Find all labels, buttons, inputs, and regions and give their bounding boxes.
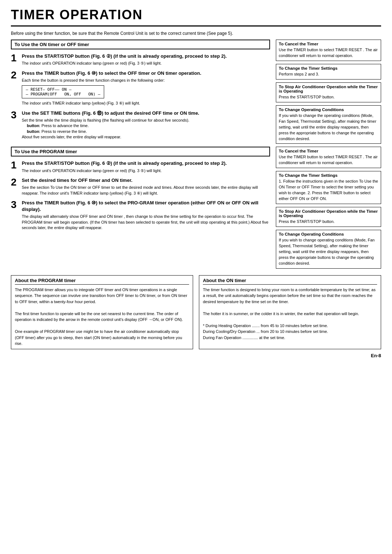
stop-ac-title-2: To Stop Air Conditioner Operation while …	[279, 209, 378, 218]
stop-ac-box-1: To Stop Air Conditioner Operation while …	[276, 82, 381, 102]
on-timer-p2: The hotter it is in summer, or the colde…	[203, 311, 377, 317]
cancel-timer-box-2: To Cancel the Timer Use the TIMER button…	[276, 147, 381, 168]
step1-content: Press the START/STOP button (Fig. 6 ②) (…	[22, 53, 270, 66]
section1-step3: 3 Use the SET TIME buttons (Fig. 6 ⑱) to…	[11, 110, 270, 140]
s2-step3-sub: The display will alternately show OFF ti…	[22, 214, 270, 231]
cancel-timer-body-2: Use the TIMER button to select TIMER RES…	[279, 154, 378, 166]
section2-step2: 2 Set the desired times for OFF timer an…	[11, 177, 270, 196]
change-settings-body-2: 1. Follow the instructions given in the …	[279, 179, 378, 202]
step1-main: Press the START/STOP button (Fig. 6 ②) (…	[22, 53, 270, 60]
bottom-left-panel: About the PROGRAM timer The PROGRAM time…	[11, 275, 193, 349]
change-settings-box-2: To Change the Timer Settings 1. Follow t…	[276, 171, 381, 204]
section1-step1: 1 Press the START/STOP button (Fig. 6 ②)…	[11, 53, 270, 66]
section2-step3: 3 Press the TIMER button (Fig. 6 ⑩) to s…	[11, 200, 270, 231]
section1-step2: 2 Press the TIMER button (Fig. 6 ⑩) to s…	[11, 70, 270, 106]
on-timer-p3: * During Heating Operation ....... from …	[203, 323, 377, 329]
section2-right: To Cancel the Timer Use the TIMER button…	[276, 147, 381, 271]
program-timer-p1: The PROGRAM timer allows you to integrat…	[15, 287, 189, 305]
cancel-timer-title-1: To Cancel the Timer	[279, 42, 378, 46]
change-conditions-body-1: If you wish to change the operating cond…	[279, 113, 378, 142]
stop-ac-box-2: To Stop Air Conditioner Operation while …	[276, 207, 381, 227]
bottom-left-body: The PROGRAM timer allows you to integrat…	[15, 287, 189, 347]
s2-step1-sub: The indoor unit's OPERATION indicator la…	[22, 168, 270, 174]
s2-step1-number: 1	[11, 160, 19, 170]
stop-ac-body-1: Press the START/STOP button.	[279, 94, 378, 100]
page-title: TIMER OPERATION	[11, 7, 381, 27]
step3-main: Use the SET TIME buttons (Fig. 6 ⑱) to a…	[22, 110, 270, 117]
step3-sub: Set the time while the time display is f…	[22, 118, 270, 123]
step1-number: 1	[11, 53, 19, 63]
program-timer-p2: The first timer function to operate will…	[15, 311, 189, 323]
s2-step2-number: 2	[11, 177, 19, 187]
change-conditions-box-1: To Change Operating Conditions If you wi…	[276, 105, 381, 144]
step2-sub: Each time the button is pressed the time…	[22, 78, 270, 83]
page-number: En-8	[11, 353, 381, 358]
stop-ac-body-2: Press the START/STOP button.	[279, 219, 378, 225]
program-timer-p3: One example of PROGRAM timer use might b…	[15, 329, 189, 347]
step3-btn2: button: Press to reverse the time.	[27, 129, 270, 134]
change-conditions-title-1: To Change Operating Conditions	[279, 107, 378, 112]
s2-step3-number: 3	[11, 200, 19, 210]
section1-layout: To Use the ON timer or OFF timer 1 Press…	[11, 40, 381, 147]
cancel-timer-box-1: To Cancel the Timer Use the TIMER button…	[276, 40, 381, 61]
section2-label: To Use the PROGRAM timer	[11, 147, 270, 156]
change-conditions-box-2: To Change Operating Conditions If you wi…	[276, 230, 381, 269]
bottom-right-body: The timer function is designed to bring …	[203, 287, 377, 341]
intro-text: Before using the timer function, be sure…	[11, 31, 381, 36]
change-settings-title-1: To Change the Timer Settings	[279, 66, 378, 70]
on-timer-p4: During Cooling/Dry Operation ... from 20…	[203, 329, 377, 335]
step1-sub: The indoor unit's OPERATION indicator la…	[22, 61, 270, 66]
on-timer-p1: The timer function is designed to bring …	[203, 287, 377, 305]
step3-btn1: button: Press to advance the time.	[27, 123, 270, 129]
step3-content: Use the SET TIME buttons (Fig. 6 ⑱) to a…	[22, 110, 270, 140]
cancel-timer-title-2: To Cancel the Timer	[279, 149, 378, 153]
section1-left: To Use the ON timer or OFF timer 1 Press…	[11, 40, 270, 147]
bottom-right-panel: About the ON timer The timer function is…	[199, 275, 381, 349]
change-settings-box-1: To Change the Timer Settings Perform ste…	[276, 64, 381, 80]
step2-content: Press the TIMER button (Fig. 6 ⑩) to sel…	[22, 70, 270, 106]
s2-step1-content: Press the START/STOP button (Fig. 6 ②) (…	[22, 160, 270, 174]
section1-right: To Cancel the Timer Use the TIMER button…	[276, 40, 381, 147]
step3-after: About five seconds later, the entire dis…	[22, 134, 270, 140]
change-conditions-body-2: If you wish to change operating conditio…	[279, 237, 378, 266]
step3-number: 3	[11, 110, 19, 120]
on-timer-p5: During Fan Operation .............. at t…	[203, 335, 377, 341]
timer-diagram: — RESET— OFF—— ON — — PROGRAM(OFF ON, OF…	[22, 85, 104, 98]
change-settings-title-2: To Change the Timer Settings	[279, 173, 378, 178]
section2-layout: To Use the PROGRAM timer 1 Press the STA…	[11, 147, 381, 271]
section2-left: To Use the PROGRAM timer 1 Press the STA…	[11, 147, 270, 271]
s2-step3-main: Press the TIMER button (Fig. 6 ⑩) to sel…	[22, 200, 270, 213]
bottom-layout: About the PROGRAM timer The PROGRAM time…	[11, 275, 381, 349]
step2-main: Press the TIMER button (Fig. 6 ⑩) to sel…	[22, 70, 270, 77]
s2-step1-main: Press the START/STOP button (Fig. 6 ②) (…	[22, 160, 270, 167]
stop-ac-title-1: To Stop Air Conditioner Operation while …	[279, 85, 378, 93]
s2-step2-sub: See the section To Use the ON timer or O…	[22, 185, 270, 196]
bottom-right-title: About the ON timer	[203, 278, 377, 285]
s2-step3-content: Press the TIMER button (Fig. 6 ⑩) to sel…	[22, 200, 270, 231]
step2-indicator: The indoor unit's TIMER indicator lamp (…	[22, 101, 270, 106]
s2-step2-main: Set the desired times for OFF timer and …	[22, 177, 270, 184]
cancel-timer-body-1: Use the TIMER button to select TIMER RES…	[279, 47, 378, 59]
change-settings-body-1: Perform steps 2 and 3.	[279, 72, 378, 77]
bottom-left-title: About the PROGRAM timer	[15, 278, 189, 285]
section2-step1: 1 Press the START/STOP button (Fig. 6 ②)…	[11, 160, 270, 174]
s2-step2-content: Set the desired times for OFF timer and …	[22, 177, 270, 196]
section1-label: To Use the ON timer or OFF timer	[11, 40, 270, 49]
change-conditions-title-2: To Change Operating Conditions	[279, 232, 378, 236]
step2-number: 2	[11, 70, 19, 80]
